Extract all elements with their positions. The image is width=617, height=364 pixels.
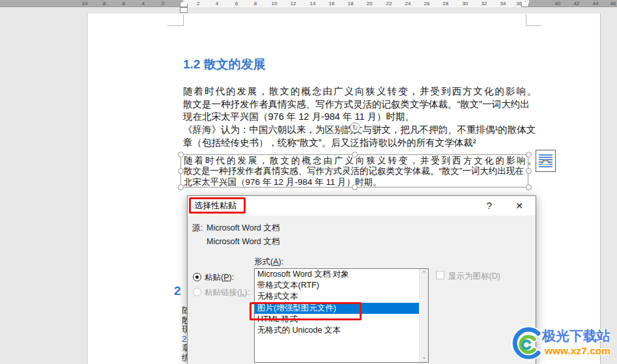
- page-heading: 1.2 散文的发展: [183, 56, 266, 73]
- text-line: 散: [182, 316, 187, 326]
- selected-textbox[interactable]: 随着时代的发展，散文的概念由广义向狭义转变，并受到西方文化的影响。散文是一种抒发…: [180, 154, 528, 188]
- source-value-2: Microsoft Word 文档: [207, 236, 280, 247]
- layout-options-icon: [539, 154, 552, 169]
- close-icon[interactable]: ✕: [508, 196, 530, 216]
- text-line: 散文是一种抒发作者真情实感、写作方式灵活的记叙类文学体裁。“散文”一词大约出: [183, 98, 535, 111]
- resize-handle-middle-left[interactable]: [178, 168, 184, 174]
- text-line: 2: [182, 335, 187, 344]
- site-watermark: 极光下载站 www.xz7.com: [508, 322, 617, 364]
- format-list-item[interactable]: 无格式文本: [255, 291, 420, 302]
- ruler-number: 22: [386, 0, 392, 7]
- resize-handle-top-left[interactable]: [178, 152, 184, 158]
- scrollbar-up-icon[interactable]: ⌃: [420, 269, 429, 278]
- ruler-number: 6: [122, 0, 125, 7]
- ruler-number: 10: [272, 0, 278, 7]
- ruler-number: 20: [367, 0, 373, 7]
- margin-cropmark: [526, 14, 526, 26]
- watermark-site-url: www.xz7.com: [545, 345, 610, 357]
- ruler-number: 24: [405, 0, 411, 7]
- ruler-number: 42: [574, 0, 580, 7]
- logo-swirl-icon: [508, 325, 543, 363]
- left-indent-marker-icon[interactable]: [180, 7, 188, 13]
- help-icon[interactable]: ?: [480, 196, 499, 216]
- ruler-number: 16: [329, 0, 335, 7]
- ruler-number: 2: [162, 0, 164, 7]
- text-line: 散文是一种抒发作者真情实感、写作方式灵活的记叙类文学体裁。“散文”一词大约出现在: [184, 166, 526, 176]
- resize-handle-bottom-right[interactable]: [526, 184, 532, 190]
- clipped-text-fragments: 随散现2章统: [182, 306, 187, 364]
- text-line: 章（包括经传史书），统称“散文”。后又泛指诗歌以外的所有文学体裁²: [183, 137, 535, 150]
- layout-options-button[interactable]: [536, 150, 556, 172]
- dialog-titlebar[interactable]: 选择性粘贴 ? ✕: [188, 196, 536, 216]
- text-line: 现: [182, 325, 187, 335]
- ruler-number: 44: [593, 0, 599, 7]
- listbox-scrollbar[interactable]: ⌃ ⌄: [419, 269, 428, 362]
- ruler-number: 6: [235, 0, 238, 7]
- ruler-number: 2: [197, 0, 199, 7]
- format-list-item[interactable]: 带格式文本(RTF): [255, 280, 420, 291]
- paste-link-radio-label: 粘贴链接(L):: [205, 287, 250, 298]
- ruler-number: 30: [463, 0, 468, 7]
- ruler-number: 18: [348, 0, 354, 7]
- resize-handle-middle-right[interactable]: [526, 168, 532, 174]
- text-line: 章: [182, 344, 187, 354]
- ruler-number: 32: [481, 0, 487, 7]
- text-line: 随着时代的发展，散文的概念由广义向狭义转变，并受到西方文化的影响。: [183, 85, 535, 98]
- text-line: 现在北宋太平兴国（976 年 12 月-984 年 11 月）时期。: [183, 111, 535, 124]
- format-list-item[interactable]: 图片(增强型图元文件): [255, 303, 420, 314]
- watermark-site-name: 极光下载站: [542, 327, 610, 345]
- format-listbox[interactable]: Microsoft Word 文档 对象带格式文本(RTF)无格式文本图片(增强…: [254, 268, 429, 363]
- ruler-number: 8: [103, 0, 106, 7]
- word-window: 1086422468101214161820222426283032343640…: [0, 0, 617, 364]
- resize-handle-bottom-left[interactable]: [178, 184, 184, 190]
- format-list-item[interactable]: Microsoft Word 文档 对象: [255, 269, 420, 280]
- paste-link-radio: [193, 288, 201, 296]
- scrollbar-down-icon[interactable]: ⌄: [420, 352, 429, 361]
- format-list-rows: Microsoft Word 文档 对象带格式文本(RTF)无格式文本图片(增强…: [255, 269, 428, 336]
- textbox-text: 随着时代的发展，散文的概念由广义向狭义转变，并受到西方文化的影响。散文是一种抒发…: [184, 156, 526, 188]
- resize-handle-top-middle[interactable]: [352, 152, 358, 158]
- ruler-number: 12: [291, 0, 296, 7]
- ruler-number: 14: [310, 0, 316, 7]
- hidden-heading-number: 2: [174, 284, 181, 298]
- dialog-title: 选择性粘贴: [194, 196, 237, 216]
- rotate-handle-icon[interactable]: ↻: [350, 122, 360, 133]
- paste-special-dialog: 选择性粘贴 ? ✕ 源: Microsoft Word 文档 Microsoft…: [187, 195, 536, 364]
- source-label: 源:: [192, 223, 203, 234]
- source-value-1: Microsoft Word 文档: [207, 223, 280, 234]
- margin-cropmark: [167, 25, 183, 26]
- paste-radio-label[interactable]: 粘贴(P):: [205, 272, 234, 283]
- paste-radio[interactable]: [193, 273, 201, 281]
- ruler-number: 8: [254, 0, 257, 7]
- format-list-item[interactable]: 无格式的 Unicode 文本: [255, 325, 420, 336]
- ruler-number: 34: [500, 0, 506, 7]
- display-as-icon-checkbox: [436, 271, 444, 279]
- display-as-icon-label: 显示为图标(D): [448, 271, 500, 282]
- text-line: 统: [182, 354, 187, 363]
- text-line: 随: [182, 306, 187, 316]
- ruler-number: 10: [82, 0, 88, 7]
- format-list-item[interactable]: HTML 格式: [255, 314, 420, 325]
- ruler-number: 26: [424, 0, 430, 7]
- ruler-number: 46: [610, 0, 616, 7]
- paragraph-1[interactable]: 随着时代的发展，散文的概念由广义向狭义转变，并受到西方文化的影响。散文是一种抒发…: [183, 85, 535, 124]
- resize-handle-bottom-middle[interactable]: [352, 184, 358, 190]
- ruler-number: 28: [443, 0, 449, 7]
- resize-handle-top-right[interactable]: [526, 152, 532, 158]
- horizontal-ruler[interactable]: 1086422468101214161820222426283032343640…: [0, 0, 617, 7]
- format-label: 形式(A):: [254, 257, 283, 268]
- margin-cropmark: [526, 25, 541, 26]
- ruler-number: 40: [555, 0, 561, 7]
- ruler-number: 4: [142, 0, 145, 7]
- margin-cropmark: [183, 14, 184, 26]
- ruler-number: 4: [216, 0, 218, 7]
